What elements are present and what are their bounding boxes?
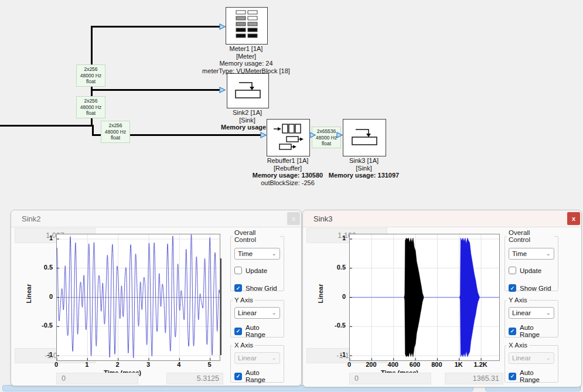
plot-canvas <box>57 234 220 360</box>
group-title: X Axis <box>233 342 255 349</box>
time-mode-dropdown[interactable]: Time ⌄ <box>234 248 280 260</box>
plot-canvas <box>350 234 499 360</box>
close-button[interactable]: x <box>567 212 580 225</box>
y-axis-label: Linear <box>317 276 324 311</box>
close-icon: x <box>292 215 295 222</box>
y-tick-label: 0.5 <box>32 264 53 271</box>
checkmark-icon: ✓ <box>510 328 515 334</box>
x-axis-group: X Axis Linear ⌄ ✓ Auto Range <box>230 342 284 383</box>
checkmark-icon: ✓ <box>236 285 241 291</box>
x-auto-range-checkbox[interactable]: ✓ Auto Range <box>234 369 280 383</box>
window-titlebar[interactable]: Sink2 <box>11 210 301 227</box>
checkbox-checked[interactable]: ✓ <box>234 373 242 380</box>
y-tick-label: -1 <box>325 351 346 358</box>
input-port-icon <box>219 87 226 93</box>
y-tick-label: 0 <box>325 293 346 300</box>
group-title: Y Axis <box>233 296 255 304</box>
x-end-readout: 1365.31 <box>445 373 503 384</box>
group-title: Overall Control <box>233 229 280 243</box>
x-tick-label: 1K <box>449 361 469 368</box>
x-tick-label: 0 <box>46 361 66 368</box>
vu-meter-icon <box>235 10 258 42</box>
update-checkbox[interactable]: Update <box>509 267 554 274</box>
x-tick-label: 5 <box>200 361 220 368</box>
x-tick-label: 600 <box>405 361 425 368</box>
screenshot-root: 2x256 48000 Hz float 2x256 48000 Hz floa… <box>0 0 583 392</box>
scope-window-sink2: Sink2 x 1.097 -1.080 Linear Time (msec) … <box>11 210 302 386</box>
show-grid-checkbox[interactable]: ✓ Show Grid <box>234 284 280 292</box>
output-port-icon <box>309 132 316 138</box>
splitter-handle[interactable] <box>220 258 221 355</box>
window-title: Sink2 <box>22 214 41 223</box>
overall-control-group: Overall Control Time ⌄ Update ✓ Show Gri… <box>230 229 284 291</box>
signal-dims-label-2: 2x256 48000 Hz float <box>76 96 105 118</box>
block-caption-sink3: Sink3 [1A] [Sink] Memory usage: 131097 <box>317 157 411 179</box>
chevron-down-icon: ⌄ <box>546 251 551 257</box>
block-rebuffer1[interactable] <box>267 119 310 156</box>
x-auto-range-checkbox[interactable]: ✓ Auto Range <box>509 369 554 383</box>
input-port-icon <box>219 23 226 30</box>
block-meter1[interactable] <box>226 7 268 45</box>
y-tick-label: 1 <box>325 234 346 241</box>
signal-wire-to-sink2[interactable] <box>91 89 221 91</box>
x-tick-label: 400 <box>383 361 403 368</box>
y-tick-label: -0.5 <box>325 322 346 329</box>
block-caption-meter1: Meter1 [1A] [Meter] Memory usage: 24 met… <box>187 45 305 74</box>
y-tick-label: -0.5 <box>32 322 53 329</box>
time-mode-dropdown[interactable]: Time ⌄ <box>509 248 554 260</box>
signal-wire-to-meter1[interactable] <box>91 26 221 28</box>
scope-plot-sink2[interactable] <box>56 234 220 361</box>
scope-window-sink3: Sink3 x 1.100 -1.100 Linear Time (msec) … <box>302 210 582 387</box>
y-tick-label: -1 <box>32 351 53 358</box>
x-tick-label: 3 <box>138 361 158 368</box>
checkmark-icon: ✓ <box>510 285 515 291</box>
y-tick-label: 1 <box>32 234 53 241</box>
y-scale-dropdown[interactable]: Linear ⌄ <box>509 307 554 319</box>
x-tick-label: 0 <box>339 361 359 368</box>
checkbox-checked[interactable]: ✓ <box>234 328 242 335</box>
chevron-down-icon: ⌄ <box>546 355 551 361</box>
scope-plot-sink3[interactable] <box>349 234 500 361</box>
chevron-down-icon: ⌄ <box>546 310 551 316</box>
checkbox-checked[interactable]: ✓ <box>509 373 516 380</box>
group-title: Overall Control <box>507 229 554 243</box>
checkmark-icon: ✓ <box>236 328 241 334</box>
x-end-readout: 5.3125 <box>166 373 223 384</box>
y-axis-group: Y Axis Linear ⌄ ✓ Auto Range <box>504 296 558 338</box>
block-sink2[interactable] <box>227 73 269 108</box>
y-scale-dropdown[interactable]: Linear ⌄ <box>234 307 280 319</box>
checkbox-checked[interactable]: ✓ <box>509 328 516 335</box>
signal-dims-label-3: 2x256 48000 Hz float <box>101 121 130 143</box>
checkbox-unchecked[interactable] <box>509 267 516 274</box>
overall-control-group: Overall Control Time ⌄ Update ✓ Show Gri… <box>504 229 558 291</box>
window-title: Sink3 <box>313 214 333 223</box>
block-sink3[interactable] <box>343 119 386 156</box>
checkmark-icon: ✓ <box>236 373 241 379</box>
checkbox-unchecked[interactable] <box>234 267 242 274</box>
y-auto-range-checkbox[interactable]: ✓ Auto Range <box>509 324 554 338</box>
group-title: X Axis <box>507 342 529 349</box>
x-tick-label: 1.2K <box>471 361 490 368</box>
chevron-down-icon: ⌄ <box>272 251 277 257</box>
y-tick-label: 0.5 <box>325 264 346 271</box>
x-tick-label: 4 <box>169 361 189 368</box>
window-titlebar[interactable]: Sink3 <box>303 210 581 227</box>
x-tick-label: 2 <box>108 361 128 368</box>
checkbox-checked[interactable]: ✓ <box>509 284 516 292</box>
sink-icon <box>234 79 262 103</box>
input-port-icon <box>260 132 267 138</box>
group-title: Y Axis <box>507 296 529 304</box>
close-button[interactable]: x <box>287 212 300 225</box>
x-scale-dropdown: Linear ⌄ <box>509 352 554 364</box>
input-port-icon <box>336 132 343 138</box>
rebuffer-icon <box>272 122 304 153</box>
x-tick-label: 1 <box>77 361 97 368</box>
update-checkbox[interactable]: Update <box>234 267 280 274</box>
y-auto-range-checkbox[interactable]: ✓ Auto Range <box>234 324 280 338</box>
checkmark-icon: ✓ <box>510 373 515 379</box>
signal-wire-source[interactable] <box>0 125 93 127</box>
checkbox-checked[interactable]: ✓ <box>234 284 242 292</box>
show-grid-checkbox[interactable]: ✓ Show Grid <box>509 284 554 292</box>
x-tick-label: 200 <box>361 361 381 368</box>
x-scale-dropdown: Linear ⌄ <box>234 352 280 364</box>
